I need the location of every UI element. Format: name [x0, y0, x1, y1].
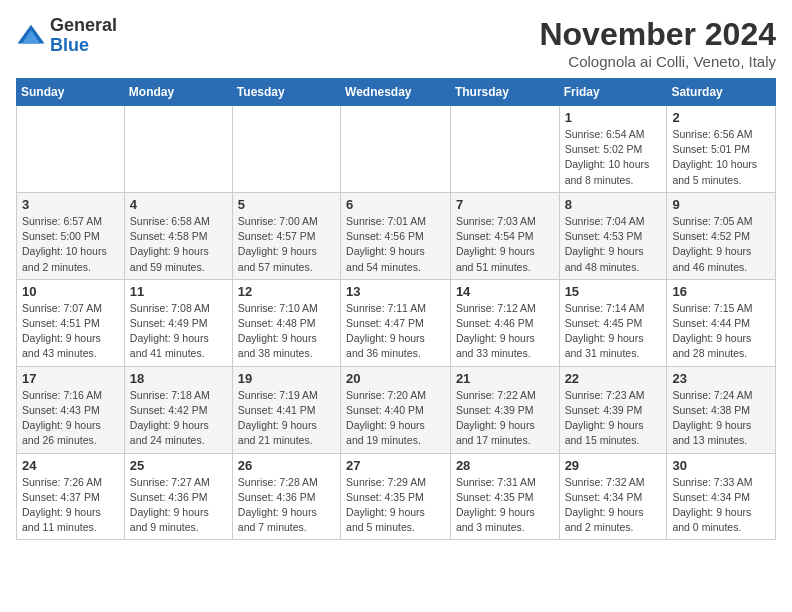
- calendar-cell: 14Sunrise: 7:12 AM Sunset: 4:46 PM Dayli…: [450, 279, 559, 366]
- day-number: 2: [672, 110, 770, 125]
- day-info: Sunrise: 7:32 AM Sunset: 4:34 PM Dayligh…: [565, 475, 662, 536]
- day-number: 5: [238, 197, 335, 212]
- day-number: 14: [456, 284, 554, 299]
- day-number: 15: [565, 284, 662, 299]
- day-info: Sunrise: 7:03 AM Sunset: 4:54 PM Dayligh…: [456, 214, 554, 275]
- day-info: Sunrise: 7:10 AM Sunset: 4:48 PM Dayligh…: [238, 301, 335, 362]
- calendar-cell: 16Sunrise: 7:15 AM Sunset: 4:44 PM Dayli…: [667, 279, 776, 366]
- day-number: 23: [672, 371, 770, 386]
- day-info: Sunrise: 7:28 AM Sunset: 4:36 PM Dayligh…: [238, 475, 335, 536]
- calendar-cell: 21Sunrise: 7:22 AM Sunset: 4:39 PM Dayli…: [450, 366, 559, 453]
- day-info: Sunrise: 7:07 AM Sunset: 4:51 PM Dayligh…: [22, 301, 119, 362]
- day-number: 7: [456, 197, 554, 212]
- calendar-cell: 4Sunrise: 6:58 AM Sunset: 4:58 PM Daylig…: [124, 192, 232, 279]
- calendar-cell: 13Sunrise: 7:11 AM Sunset: 4:47 PM Dayli…: [341, 279, 451, 366]
- weekday-header-tuesday: Tuesday: [232, 79, 340, 106]
- day-info: Sunrise: 7:29 AM Sunset: 4:35 PM Dayligh…: [346, 475, 445, 536]
- calendar-cell: 30Sunrise: 7:33 AM Sunset: 4:34 PM Dayli…: [667, 453, 776, 540]
- logo-text: General Blue: [50, 16, 117, 56]
- calendar-cell: 15Sunrise: 7:14 AM Sunset: 4:45 PM Dayli…: [559, 279, 667, 366]
- calendar-cell: 22Sunrise: 7:23 AM Sunset: 4:39 PM Dayli…: [559, 366, 667, 453]
- weekday-header-saturday: Saturday: [667, 79, 776, 106]
- calendar-cell: 25Sunrise: 7:27 AM Sunset: 4:36 PM Dayli…: [124, 453, 232, 540]
- calendar-cell: 19Sunrise: 7:19 AM Sunset: 4:41 PM Dayli…: [232, 366, 340, 453]
- day-info: Sunrise: 7:16 AM Sunset: 4:43 PM Dayligh…: [22, 388, 119, 449]
- day-info: Sunrise: 6:57 AM Sunset: 5:00 PM Dayligh…: [22, 214, 119, 275]
- day-number: 9: [672, 197, 770, 212]
- day-info: Sunrise: 7:19 AM Sunset: 4:41 PM Dayligh…: [238, 388, 335, 449]
- day-info: Sunrise: 6:56 AM Sunset: 5:01 PM Dayligh…: [672, 127, 770, 188]
- calendar-cell: [341, 106, 451, 193]
- day-info: Sunrise: 7:27 AM Sunset: 4:36 PM Dayligh…: [130, 475, 227, 536]
- day-info: Sunrise: 7:15 AM Sunset: 4:44 PM Dayligh…: [672, 301, 770, 362]
- day-info: Sunrise: 7:22 AM Sunset: 4:39 PM Dayligh…: [456, 388, 554, 449]
- calendar-cell: [17, 106, 125, 193]
- calendar-cell: 6Sunrise: 7:01 AM Sunset: 4:56 PM Daylig…: [341, 192, 451, 279]
- calendar-cell: 5Sunrise: 7:00 AM Sunset: 4:57 PM Daylig…: [232, 192, 340, 279]
- weekday-header-monday: Monday: [124, 79, 232, 106]
- weekday-header-wednesday: Wednesday: [341, 79, 451, 106]
- calendar-cell: 29Sunrise: 7:32 AM Sunset: 4:34 PM Dayli…: [559, 453, 667, 540]
- day-number: 29: [565, 458, 662, 473]
- weekday-header-friday: Friday: [559, 79, 667, 106]
- calendar-cell: 12Sunrise: 7:10 AM Sunset: 4:48 PM Dayli…: [232, 279, 340, 366]
- calendar: SundayMondayTuesdayWednesdayThursdayFrid…: [16, 78, 776, 540]
- day-number: 21: [456, 371, 554, 386]
- month-title: November 2024: [539, 16, 776, 53]
- day-info: Sunrise: 7:14 AM Sunset: 4:45 PM Dayligh…: [565, 301, 662, 362]
- day-number: 11: [130, 284, 227, 299]
- day-info: Sunrise: 7:00 AM Sunset: 4:57 PM Dayligh…: [238, 214, 335, 275]
- day-number: 27: [346, 458, 445, 473]
- day-info: Sunrise: 7:11 AM Sunset: 4:47 PM Dayligh…: [346, 301, 445, 362]
- day-info: Sunrise: 7:33 AM Sunset: 4:34 PM Dayligh…: [672, 475, 770, 536]
- calendar-cell: 2Sunrise: 6:56 AM Sunset: 5:01 PM Daylig…: [667, 106, 776, 193]
- day-number: 10: [22, 284, 119, 299]
- calendar-cell: 1Sunrise: 6:54 AM Sunset: 5:02 PM Daylig…: [559, 106, 667, 193]
- title-block: November 2024 Colognola ai Colli, Veneto…: [539, 16, 776, 70]
- day-number: 19: [238, 371, 335, 386]
- location: Colognola ai Colli, Veneto, Italy: [539, 53, 776, 70]
- calendar-cell: 11Sunrise: 7:08 AM Sunset: 4:49 PM Dayli…: [124, 279, 232, 366]
- day-number: 16: [672, 284, 770, 299]
- calendar-cell: 9Sunrise: 7:05 AM Sunset: 4:52 PM Daylig…: [667, 192, 776, 279]
- calendar-cell: 26Sunrise: 7:28 AM Sunset: 4:36 PM Dayli…: [232, 453, 340, 540]
- day-number: 8: [565, 197, 662, 212]
- day-number: 17: [22, 371, 119, 386]
- day-info: Sunrise: 6:54 AM Sunset: 5:02 PM Dayligh…: [565, 127, 662, 188]
- weekday-header-thursday: Thursday: [450, 79, 559, 106]
- day-number: 18: [130, 371, 227, 386]
- day-number: 1: [565, 110, 662, 125]
- day-info: Sunrise: 7:12 AM Sunset: 4:46 PM Dayligh…: [456, 301, 554, 362]
- day-info: Sunrise: 7:31 AM Sunset: 4:35 PM Dayligh…: [456, 475, 554, 536]
- day-number: 20: [346, 371, 445, 386]
- day-info: Sunrise: 7:05 AM Sunset: 4:52 PM Dayligh…: [672, 214, 770, 275]
- day-info: Sunrise: 7:24 AM Sunset: 4:38 PM Dayligh…: [672, 388, 770, 449]
- day-info: Sunrise: 7:26 AM Sunset: 4:37 PM Dayligh…: [22, 475, 119, 536]
- page-header: General Blue November 2024 Colognola ai …: [16, 16, 776, 70]
- calendar-cell: 17Sunrise: 7:16 AM Sunset: 4:43 PM Dayli…: [17, 366, 125, 453]
- day-info: Sunrise: 6:58 AM Sunset: 4:58 PM Dayligh…: [130, 214, 227, 275]
- day-number: 26: [238, 458, 335, 473]
- day-number: 30: [672, 458, 770, 473]
- day-info: Sunrise: 7:04 AM Sunset: 4:53 PM Dayligh…: [565, 214, 662, 275]
- logo: General Blue: [16, 16, 117, 56]
- day-info: Sunrise: 7:20 AM Sunset: 4:40 PM Dayligh…: [346, 388, 445, 449]
- day-number: 4: [130, 197, 227, 212]
- calendar-cell: [124, 106, 232, 193]
- logo-icon: [16, 21, 46, 51]
- weekday-header-sunday: Sunday: [17, 79, 125, 106]
- day-info: Sunrise: 7:01 AM Sunset: 4:56 PM Dayligh…: [346, 214, 445, 275]
- calendar-cell: 8Sunrise: 7:04 AM Sunset: 4:53 PM Daylig…: [559, 192, 667, 279]
- calendar-cell: 28Sunrise: 7:31 AM Sunset: 4:35 PM Dayli…: [450, 453, 559, 540]
- calendar-cell: 20Sunrise: 7:20 AM Sunset: 4:40 PM Dayli…: [341, 366, 451, 453]
- calendar-cell: 23Sunrise: 7:24 AM Sunset: 4:38 PM Dayli…: [667, 366, 776, 453]
- day-number: 12: [238, 284, 335, 299]
- day-info: Sunrise: 7:23 AM Sunset: 4:39 PM Dayligh…: [565, 388, 662, 449]
- day-number: 6: [346, 197, 445, 212]
- calendar-cell: 24Sunrise: 7:26 AM Sunset: 4:37 PM Dayli…: [17, 453, 125, 540]
- calendar-cell: 27Sunrise: 7:29 AM Sunset: 4:35 PM Dayli…: [341, 453, 451, 540]
- day-number: 24: [22, 458, 119, 473]
- day-number: 13: [346, 284, 445, 299]
- calendar-cell: 18Sunrise: 7:18 AM Sunset: 4:42 PM Dayli…: [124, 366, 232, 453]
- calendar-cell: [232, 106, 340, 193]
